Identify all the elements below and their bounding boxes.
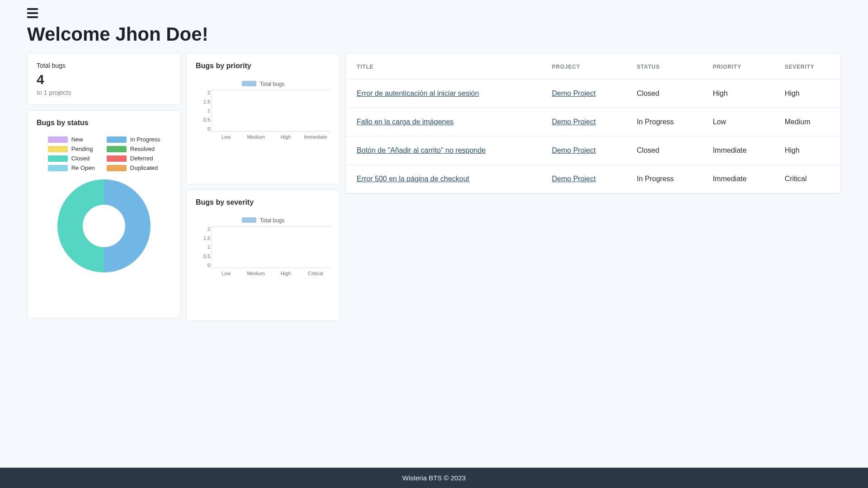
total-bugs-sub: In 1 projects (37, 89, 171, 96)
priority-cell: High (702, 80, 774, 108)
status-legend-item[interactable]: Resolved (107, 145, 160, 152)
priority-cell: Immediate (702, 165, 774, 193)
bugs-by-status-card: Bugs by status NewIn ProgressPendingReso… (27, 110, 181, 318)
bugs-table: Title Project Status Priority Severity E… (346, 54, 840, 193)
project-link[interactable]: Demo Project (552, 89, 596, 97)
status-cell: In Progress (626, 165, 702, 193)
priority-legend: Total bugs (196, 81, 330, 87)
bug-title-link[interactable]: Error 500 en la página de checkout (357, 175, 469, 183)
col-priority: Priority (702, 54, 774, 80)
footer: Wisteria BTS © 2023 (0, 468, 868, 488)
severity-xlabel: Medium (241, 271, 271, 276)
status-legend-item[interactable]: Pending (48, 145, 95, 152)
priority-xaxis: LowMediumHighImmediate (196, 134, 330, 140)
status-legend-label: Closed (71, 155, 90, 162)
status-legend: NewIn ProgressPendingResolvedClosedDefer… (37, 136, 171, 171)
priority-legend-label: Total bugs (260, 81, 285, 87)
total-bugs-label: Total bugs (37, 62, 171, 69)
status-legend-item[interactable]: Closed (48, 155, 95, 162)
status-legend-item[interactable]: Duplicated (107, 164, 160, 171)
status-legend-label: Pending (71, 145, 93, 152)
bugs-by-severity-card: Bugs by severity Total bugs 21.510.50 Lo… (186, 190, 340, 321)
severity-cell: Medium (774, 108, 840, 136)
bugs-by-priority-card: Bugs by priority Total bugs 21.510.50 Lo… (186, 53, 340, 184)
project-link[interactable]: Demo Project (552, 146, 596, 154)
status-legend-item[interactable]: New (48, 136, 95, 143)
table-row: Error 500 en la página de checkoutDemo P… (346, 165, 840, 193)
table-row: Botón de "Añadir al carrito" no responde… (346, 136, 840, 165)
severity-legend: Total bugs (196, 217, 330, 224)
table-row: Fallo en la carga de imágenesDemo Projec… (346, 108, 840, 136)
page-title: Welcome Jhon Doe! (27, 23, 841, 45)
status-doughnut-chart (57, 179, 151, 272)
status-legend-label: New (71, 136, 83, 143)
project-link[interactable]: Demo Project (552, 118, 596, 126)
severity-cell: High (774, 80, 840, 108)
severity-xlabel: Low (211, 271, 241, 276)
col-status: Status (626, 54, 702, 80)
col-project: Project (541, 54, 626, 80)
status-legend-item[interactable]: Re Open (48, 164, 95, 171)
severity-xlabel: High (271, 271, 301, 276)
severity-bars (211, 226, 330, 268)
priority-xlabel: Medium (241, 134, 271, 140)
priority-yaxis: 21.510.50 (195, 90, 210, 131)
project-link[interactable]: Demo Project (552, 175, 596, 183)
priority-xlabel: Immediate (301, 134, 330, 140)
severity-yaxis: 21.510.50 (195, 226, 210, 268)
status-cell: In Progress (626, 108, 702, 136)
status-legend-label: Resolved (130, 145, 155, 152)
table-row: Error de autenticación al iniciar sesión… (346, 80, 840, 108)
priority-xlabel: Low (211, 134, 241, 140)
status-legend-label: Re Open (71, 164, 95, 171)
bugs-table-card: Title Project Status Priority Severity E… (345, 53, 841, 194)
status-cell: Closed (626, 136, 702, 165)
severity-xlabel: Critical (301, 271, 330, 276)
bugs-by-severity-title: Bugs by severity (196, 198, 330, 206)
severity-legend-label: Total bugs (260, 217, 285, 224)
priority-bars (211, 90, 330, 131)
status-legend-item[interactable]: Deferred (107, 155, 160, 162)
status-cell: Closed (626, 80, 702, 108)
bug-title-link[interactable]: Error de autenticación al iniciar sesión (357, 89, 479, 97)
bug-title-link[interactable]: Botón de "Añadir al carrito" no responde (357, 146, 486, 154)
priority-cell: Low (702, 108, 774, 136)
bugs-by-status-title: Bugs by status (37, 119, 171, 127)
bug-title-link[interactable]: Fallo en la carga de imágenes (357, 118, 453, 126)
severity-cell: Critical (774, 165, 840, 193)
severity-xaxis: LowMediumHighCritical (196, 271, 330, 276)
priority-xlabel: High (271, 134, 301, 140)
col-title: Title (346, 54, 541, 80)
col-severity: Severity (774, 54, 840, 80)
severity-cell: High (774, 136, 840, 165)
status-legend-label: In Progress (130, 136, 160, 143)
total-bugs-count: 4 (37, 72, 171, 87)
priority-cell: Immediate (702, 136, 774, 165)
status-legend-label: Duplicated (130, 164, 158, 171)
status-legend-item[interactable]: In Progress (107, 136, 160, 143)
bugs-by-priority-title: Bugs by priority (196, 62, 330, 70)
total-bugs-card: Total bugs 4 In 1 projects (27, 53, 181, 105)
footer-text: Wisteria BTS © 2023 (402, 474, 466, 482)
status-legend-label: Deferred (130, 155, 153, 162)
hamburger-icon[interactable] (27, 8, 38, 18)
